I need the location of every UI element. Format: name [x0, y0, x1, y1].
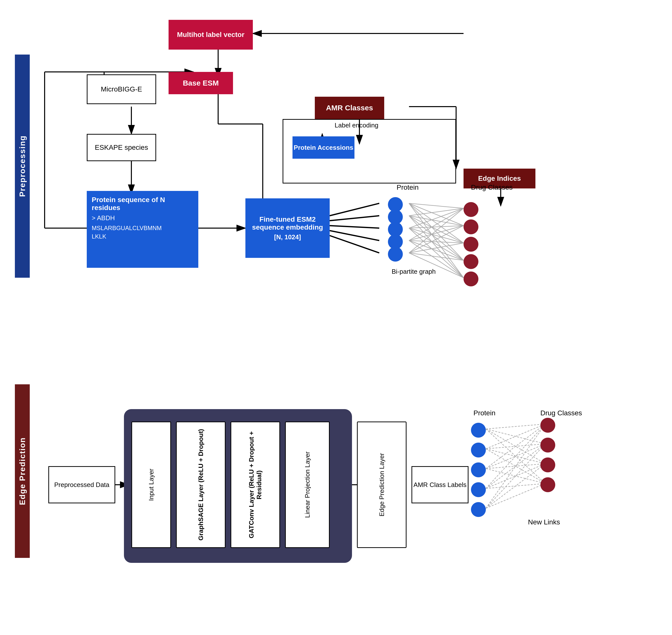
microbigg-box: MicroBIGG-E [87, 74, 156, 104]
b-drug-node-3 [540, 458, 555, 472]
svg-line-19 [409, 203, 464, 243]
svg-line-15 [330, 231, 379, 241]
svg-line-22 [409, 208, 464, 216]
svg-line-29 [409, 228, 464, 243]
b-drug-node-1 [540, 418, 555, 433]
protein-label-bottom: Protein [473, 409, 495, 417]
main-diagram: Preprocessing Multihot label vector Base… [0, 0, 672, 635]
svg-line-13 [330, 216, 379, 221]
svg-line-23 [409, 216, 464, 226]
svg-line-14 [330, 226, 379, 228]
eskape-box: ESKAPE species [87, 134, 156, 161]
svg-line-12 [330, 203, 379, 216]
drug-node-4 [464, 254, 478, 269]
svg-line-16 [330, 236, 379, 253]
svg-line-64 [486, 464, 545, 468]
svg-line-17 [409, 203, 464, 208]
svg-line-37 [409, 208, 464, 253]
svg-line-38 [409, 226, 464, 253]
svg-line-67 [486, 444, 545, 488]
svg-line-62 [486, 424, 545, 468]
svg-line-63 [486, 444, 545, 468]
svg-line-27 [409, 208, 464, 228]
svg-line-72 [486, 464, 545, 508]
b-protein-node-5 [471, 502, 486, 517]
label-encoding-text: Label encoding [335, 122, 378, 129]
b-protein-node-1 [471, 423, 486, 438]
input-layer-box: Input Layer [131, 421, 171, 548]
svg-line-56 [486, 429, 545, 464]
svg-line-18 [409, 203, 464, 226]
linear-proj-box: Linear Projection Layer [285, 421, 330, 548]
edge-pred-layer-box: Edge Prediction Layer [357, 421, 406, 548]
amr-classes-box: AMR Classes [315, 97, 384, 119]
protein-accessions-box: Protein Accessions [292, 136, 355, 159]
amr-labels-box: AMR Class Labels [411, 466, 469, 503]
protein-node-5 [388, 247, 403, 262]
drug-classes-label-top: Drug Classes [471, 183, 513, 192]
svg-line-61 [486, 449, 545, 483]
svg-line-30 [409, 228, 464, 260]
svg-line-73 [486, 483, 545, 508]
graphsage-box: GraphSAGE Layer (ReLU + Dropout) [176, 421, 226, 548]
svg-line-57 [486, 429, 545, 483]
b-drug-node-4 [540, 477, 555, 492]
svg-line-25 [409, 216, 464, 260]
b-protein-node-3 [471, 462, 486, 477]
gatconv-box: GATConv Layer (ReLU + Dropout + Residual… [230, 421, 280, 548]
drug-node-3 [464, 237, 478, 252]
edge-prediction-label: Edge Prediction [15, 384, 30, 558]
drug-node-1 [464, 202, 478, 217]
multihot-box: Multihot label vector [169, 20, 253, 50]
svg-line-69 [486, 483, 545, 488]
svg-line-28 [409, 226, 464, 228]
drug-classes-label-bottom: Drug Classes [540, 409, 582, 417]
svg-line-55 [486, 429, 545, 444]
b-protein-node-2 [471, 443, 486, 458]
svg-line-35 [409, 241, 464, 260]
svg-line-39 [409, 243, 464, 253]
svg-line-70 [486, 424, 545, 508]
protein-seq-box: Protein sequence of N residues > ABDH MS… [87, 191, 198, 268]
svg-line-58 [486, 424, 545, 449]
svg-line-20 [409, 203, 464, 260]
svg-line-65 [486, 468, 545, 483]
drug-node-5 [464, 271, 478, 286]
finetuned-esm2-box: Fine-tuned ESM2 sequence embedding [N, 1… [245, 198, 330, 258]
svg-line-34 [409, 241, 464, 243]
svg-line-60 [486, 449, 545, 464]
preprocessed-data-box: Preprocessed Data [48, 466, 115, 503]
protein-label-top: Protein [397, 183, 419, 192]
bipartite-label: Bi-partite graph [391, 268, 436, 276]
b-drug-node-2 [540, 438, 555, 453]
svg-line-71 [486, 444, 545, 508]
b-protein-node-4 [471, 482, 486, 497]
svg-line-32 [409, 208, 464, 241]
svg-line-54 [486, 424, 545, 429]
svg-line-66 [486, 424, 545, 488]
drug-node-2 [464, 219, 478, 234]
svg-line-33 [409, 226, 464, 241]
svg-line-40 [409, 253, 464, 260]
preprocessing-label: Preprocessing [15, 54, 30, 278]
svg-line-21 [409, 203, 464, 278]
base-esm-box: Base ESM [169, 72, 233, 94]
new-links-label: New Links [528, 518, 560, 526]
svg-line-59 [486, 444, 545, 449]
svg-line-68 [486, 464, 545, 488]
svg-line-24 [409, 216, 464, 243]
